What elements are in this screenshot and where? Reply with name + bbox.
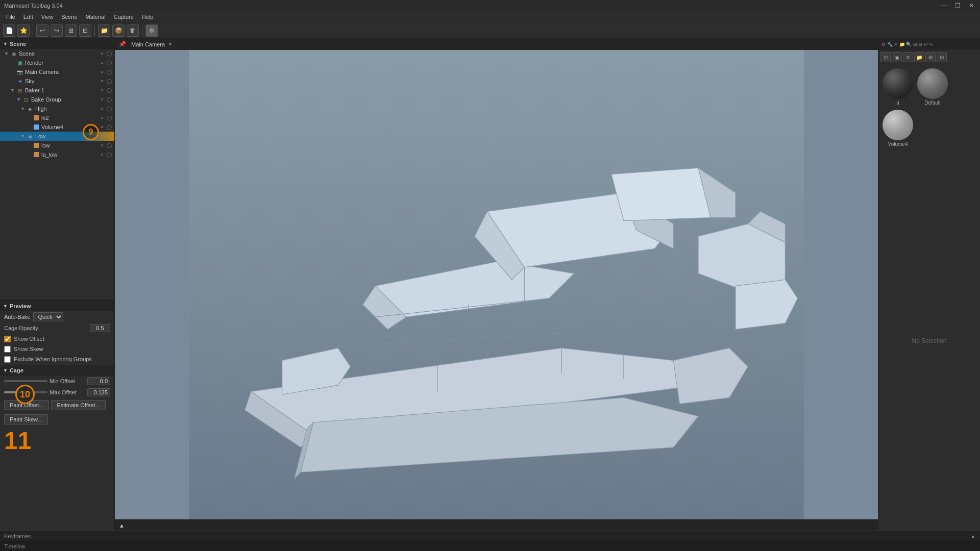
annotation-9-container: 9 <box>83 128 99 144</box>
rp-toolbar-icons: ⊡ ◉ ✕ 📁 ⊞ ⊟ <box>878 50 980 64</box>
mat-label-a: a <box>896 100 899 106</box>
window-controls[interactable]: — ❐ ✕ <box>939 2 976 9</box>
auto-bake-row: Auto-Bake Quick Full None <box>0 311 114 322</box>
cage-opacity-value[interactable]: 0.5 <box>90 324 110 332</box>
max-offset-value[interactable]: 0.125 <box>87 388 110 396</box>
close-btn[interactable]: ✕ <box>967 2 976 9</box>
timeline-bar: Timeline <box>0 541 980 551</box>
baker-arrow: ▼ <box>10 88 16 93</box>
undo-btn[interactable]: ↩ <box>36 24 48 37</box>
exclude-when-ignoring-checkbox[interactable] <box>4 356 11 363</box>
show-skew-checkbox[interactable] <box>4 346 11 353</box>
paint-skew-btn[interactable]: Paint Skew... <box>4 414 48 424</box>
show-skew-checkbox-row[interactable]: Show Skew <box>0 344 114 354</box>
tree-item-maincamera[interactable]: 📷 Main Camera ≡ ◯ <box>0 67 114 77</box>
scene-section-header[interactable]: ▼ Scene <box>0 39 114 49</box>
high-actions: ≡ ◯ <box>99 106 114 112</box>
menu-help[interactable]: Help <box>138 13 158 21</box>
auto-bake-dropdown[interactable]: Quick Full None <box>33 312 63 321</box>
mat-sphere-volume4[interactable] <box>883 110 913 140</box>
min-offset-row: Min Offset 0.0 <box>0 375 114 387</box>
bakegroup-arrow: ▼ <box>16 97 22 102</box>
menu-material[interactable]: Material <box>82 13 110 21</box>
mat-preview-volume4[interactable]: Volume4 <box>883 110 913 147</box>
mat-preview-default[interactable]: Default <box>917 68 948 106</box>
sky-icon: ☀ <box>16 78 23 85</box>
hi2-actions: ≡ ◯ <box>99 115 114 121</box>
menu-file[interactable]: File <box>2 13 19 21</box>
right-panel-header: ⚙ 🔧 ✕ 📁 🔍 ⊞ ⊟ ↩ ↪ <box>878 39 980 50</box>
tree-item-baker1[interactable]: ▼ ⊞ Baker 1 ≡ ◯ <box>0 86 114 95</box>
camera-actions: ≡ ◯ <box>99 69 114 75</box>
main-layout: ▼ Scene ▼ ◉ Scene ≡ ◯ ▣ Render <box>0 39 980 531</box>
settings-btn[interactable]: ⚙ <box>145 24 158 37</box>
exclude-when-ignoring-checkbox-row[interactable]: Exclude When Ignoring Groups <box>0 354 114 364</box>
lock-icon[interactable]: ◯ <box>106 51 112 57</box>
maximize-btn[interactable]: ❐ <box>953 2 963 9</box>
add-btn[interactable]: ⊞ <box>65 24 77 37</box>
min-offset-label: Min Offset <box>50 378 85 384</box>
rp-icon-3[interactable]: ✕ <box>903 52 913 62</box>
open2-btn[interactable]: 📁 <box>98 24 110 37</box>
timeline-label: Timeline <box>0 542 29 550</box>
tree-item-bakegroup[interactable]: ▼ ⊡ Bake Group ≡ ◯ <box>0 95 114 104</box>
rp-icon-5[interactable]: ⊞ <box>925 52 936 62</box>
menu-scene[interactable]: Scene <box>57 13 81 21</box>
cage-section-header[interactable]: ▼ Cage <box>0 365 114 375</box>
tree-item-scene[interactable]: ▼ ◉ Scene ≡ ◯ <box>0 49 114 58</box>
redo-btn[interactable]: ↪ <box>51 24 63 37</box>
remove-btn[interactable]: ⊟ <box>79 24 91 37</box>
viewport-canvas[interactable] <box>115 50 878 519</box>
viewport-dropdown-icon[interactable]: ▼ <box>168 42 173 47</box>
max-offset-row: 10 Max Offset 0.125 <box>0 387 114 398</box>
min-offset-value[interactable]: 0.0 <box>87 377 110 385</box>
mat-preview-a[interactable]: a <box>883 68 913 106</box>
tree-item-render[interactable]: ▣ Render ≡ ◯ <box>0 58 114 67</box>
preview-arrow: ▼ <box>3 304 8 309</box>
vis-icon[interactable]: ≡ <box>99 51 105 57</box>
tree-item-la-low[interactable]: la_low ≡ ◯ <box>0 150 114 159</box>
keyframes-bar: Keyframes ▲ <box>0 531 980 541</box>
scene-icon: ◉ <box>10 50 17 57</box>
menu-edit[interactable]: Edit <box>19 13 37 21</box>
bottom-area: Keyframes ▲ Timeline <box>0 531 980 551</box>
tree-item-low[interactable]: ▼ ◈ Low 9 ≡ ◯ <box>0 132 114 141</box>
preview-section-header[interactable]: ▼ Preview <box>0 301 114 311</box>
props-panel: ▼ Preview Auto-Bake Quick Full None Cage… <box>0 301 114 531</box>
cage-opacity-label: Cage Opacity <box>4 325 38 331</box>
low-label: Low <box>35 133 79 139</box>
rp-icon-6[interactable]: ⊟ <box>937 52 947 62</box>
show-offset-checkbox[interactable] <box>4 336 11 342</box>
rp-icon-2[interactable]: ◉ <box>892 52 902 62</box>
scene-item-actions: ≡ ◯ <box>99 51 114 57</box>
scene-panel[interactable]: ▼ Scene ▼ ◉ Scene ≡ ◯ ▣ Render <box>0 39 114 299</box>
open-btn[interactable]: ⭐ <box>17 24 30 37</box>
show-offset-checkbox-row[interactable]: Show Offset <box>0 334 114 344</box>
import-btn[interactable]: 📦 <box>112 24 125 37</box>
tree-item-hi2[interactable]: hi2 ≡ ◯ <box>0 113 114 122</box>
mat-sphere-default[interactable] <box>917 68 948 99</box>
export-btn[interactable]: 🗑 <box>127 24 139 37</box>
annotation-10: 10 <box>15 385 35 404</box>
rp-icon-1[interactable]: ⊡ <box>880 52 891 62</box>
camera-label: Main Camera <box>25 69 99 75</box>
scene-item-label: Scene <box>19 51 99 57</box>
volume4-actions: ≡ ◯ <box>99 124 114 130</box>
menu-view[interactable]: View <box>37 13 58 21</box>
mat-sphere-a[interactable] <box>883 68 913 99</box>
tree-item-high[interactable]: ▼ ◈ High ≡ ◯ <box>0 104 114 113</box>
min-offset-slider[interactable] <box>4 380 47 382</box>
estimate-offset-btn[interactable]: Estimate Offset... <box>51 400 105 410</box>
new-btn[interactable]: 📄 <box>3 24 15 37</box>
la-low-label: la_low <box>41 152 99 158</box>
la-low-actions: ≡ ◯ <box>99 152 114 158</box>
menu-capture[interactable]: Capture <box>110 13 138 21</box>
no-selection-text: No Selection <box>912 337 946 344</box>
hi2-icon <box>33 114 40 121</box>
tree-item-sky[interactable]: ☀ Sky ≡ ◯ <box>0 77 114 86</box>
rp-icon-4[interactable]: 📁 <box>914 52 924 62</box>
minimize-btn[interactable]: — <box>939 2 949 9</box>
expand-icon[interactable]: ▲ <box>966 532 980 540</box>
viewport-pin-icon: 📌 <box>119 41 126 47</box>
low-arrow: ▼ <box>20 134 27 139</box>
